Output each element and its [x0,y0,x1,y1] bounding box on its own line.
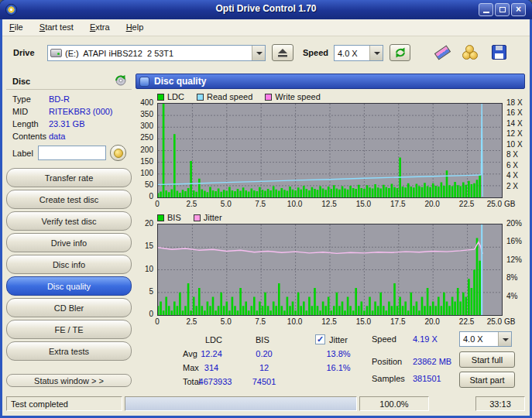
axis-tick-label: 12 X [506,129,523,138]
jitter-legend-swatch [194,214,201,221]
title-bar[interactable]: Opti Drive Control 1.70 × [0,0,532,19]
avg-bis-value: 0.20 [241,349,287,358]
disc-label-input[interactable] [38,146,106,160]
ldc-speed-chart [157,103,503,198]
avg-jitter-value: 13.8% [315,349,362,358]
menu-start-test[interactable]: Start test [33,19,81,36]
sidebar-item-label: CD Bler [54,303,84,313]
status-window-label: Status window > > [34,376,104,385]
sidebar-item-extra-tests[interactable]: Extra tests [6,341,132,361]
refresh-disc-info-button[interactable] [114,74,129,87]
axis-tick-label: 18 X [506,98,523,107]
drive-icon [50,49,62,57]
disc-type-value: BD-R [49,94,70,104]
menu-file[interactable]: File [2,19,30,36]
axis-tick-label: 15.0 [345,317,381,326]
chart1-legend: LDC Read speed Write speed [157,92,321,101]
disc-contents-value: data [49,132,65,141]
refresh-speeds-button[interactable] [390,44,410,61]
axis-tick-label: 15.0 [345,200,381,208]
sidebar-item-transfer-rate[interactable]: Transfer rate [6,168,132,187]
start-full-button[interactable]: Start full [459,351,515,368]
axis-tick-label: 22.5 [449,200,485,208]
samples-label: Samples [372,374,405,383]
save-button[interactable] [490,43,509,62]
axis-tick-label: 20.0 [414,200,450,208]
chevron-down-icon[interactable] [498,332,511,346]
status-panel: Test completed [6,396,122,411]
eject-button[interactable] [272,44,293,61]
samples-value: 381501 [413,374,441,383]
progress-percent: 100.0% [379,399,408,409]
max-jitter-value: 16.1% [315,363,362,372]
jitter-checkbox[interactable]: ✓ [315,334,325,344]
sidebar-item-create-test-disc[interactable]: Create test disc [6,190,132,209]
chevron-down-icon[interactable] [252,46,265,60]
minimize-button[interactable] [479,3,493,16]
axis-tick-label: 12% [506,255,522,264]
progress-percent-panel: 100.0% [359,396,429,411]
sidebar-item-disc-info[interactable]: Disc info [6,255,132,274]
divider [6,89,132,90]
chevron-down-icon[interactable] [369,46,383,60]
ldc-legend-label: LDC [167,92,184,101]
axis-tick-label: 17.5 [380,200,416,208]
maximize-button[interactable] [495,3,510,16]
status-text: Test completed [11,399,68,409]
axis-tick-label: 5.0 [208,317,244,326]
result-speed-value: 4.19 X [413,334,438,344]
progress-bar [125,396,357,411]
axis-tick-label: 5.0 [208,200,244,208]
axis-tick-label: 16 X [506,108,523,117]
axis-tick-label: 10.0 [277,200,313,208]
axis-tick-label: 0 [139,317,175,326]
sidebar-item-verify-test-disc[interactable]: Verify test disc [6,211,132,231]
menu-bar: File Start test Extra Help [2,19,530,36]
license-button[interactable] [461,43,481,62]
sidebar-item-label: Disc quality [47,282,91,291]
sidebar-item-disc-quality[interactable]: Disc quality [6,276,132,296]
close-button[interactable]: × [511,3,526,16]
menu-extra[interactable]: Extra [83,19,117,36]
save-icon [492,45,506,60]
speed-select-value: 4.0 X [335,49,369,58]
erase-disc-button[interactable] [433,43,453,62]
ldc-column-header: LDC [205,335,222,344]
speed-label: Speed [303,48,328,57]
menu-help[interactable]: Help [119,19,151,36]
status-window-button[interactable]: Status window > > [6,374,132,387]
app-window: Opti Drive Control 1.70 × File Start tes… [0,0,532,418]
total-ldc-value: 4673933 [188,377,242,386]
read-speed-legend-swatch [197,94,204,101]
maximize-icon [499,7,506,12]
max-ldc-value: 314 [188,363,235,372]
axis-tick-label: 200 [126,146,153,154]
axis-tick-label: 4 X [506,171,518,180]
axis-tick-label: 4% [506,292,517,300]
minimize-icon [483,12,489,13]
total-bis-value: 74501 [241,377,287,386]
window-title: Opti Drive Control 1.70 [0,3,532,14]
axis-tick-label: 400 [126,98,153,107]
sidebar-item-drive-info[interactable]: Drive info [6,233,132,252]
sidebar-item-fe-te[interactable]: FE / TE [6,320,132,339]
progress-fill [125,397,356,410]
position-label: Position [372,357,402,366]
jitter-legend-label: Jitter [204,213,222,222]
axis-tick-label: 12.5 [311,200,347,208]
close-icon: × [512,4,525,15]
bis-legend-swatch [157,214,164,221]
write-label-button[interactable] [110,145,126,161]
test-speed-select[interactable]: 4.0 X [459,331,512,347]
result-speed-label: Speed [372,334,396,344]
test-speed-select-value: 4.0 X [460,334,498,344]
axis-tick-label: 20.0 [414,317,450,326]
start-part-button[interactable]: Start part [459,372,515,388]
jitter-checkbox-label: Jitter [329,335,348,344]
speed-select[interactable]: 4.0 X [334,45,383,61]
panel-icon [139,77,149,87]
sidebar-item-cd-bler[interactable]: CD Bler [6,298,132,317]
drive-select[interactable]: (E:) ATAPI iHBS212 2 53T1 [47,45,266,61]
disc-length-label: Length [12,119,39,128]
start-full-label: Start full [472,355,503,365]
